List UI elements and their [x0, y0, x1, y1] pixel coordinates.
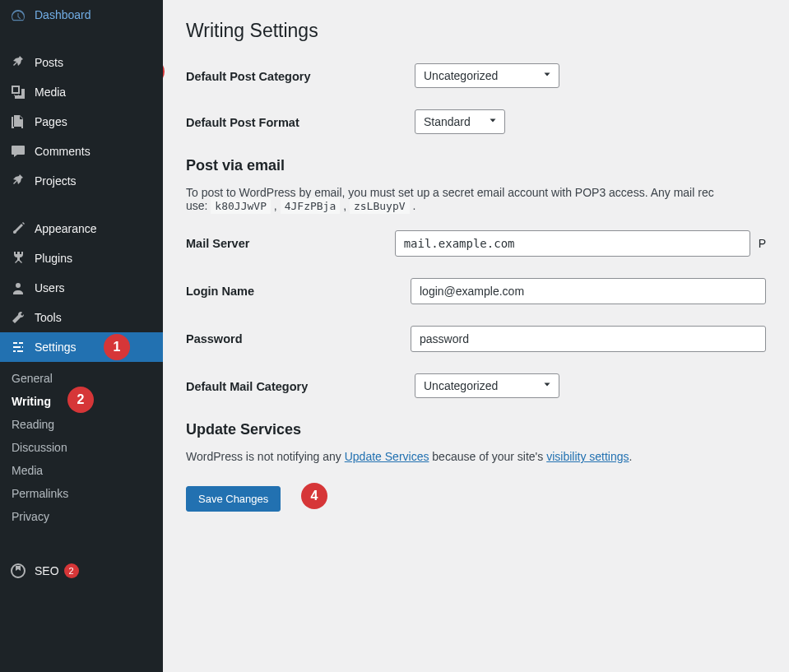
submenu-item-media[interactable]: Media: [0, 459, 163, 482]
settings-submenu: GeneralWriting2ReadingDiscussionMediaPer…: [0, 362, 163, 538]
save-button[interactable]: Save Changes: [186, 486, 281, 512]
tools-icon: [10, 309, 26, 326]
row-default-post-format: Default Post Format Standard: [186, 109, 766, 134]
row-password: Password: [186, 326, 766, 352]
row-default-post-category: Default Post Category 3 Uncategorized: [186, 63, 766, 88]
submenu-item-writing[interactable]: Writing2: [0, 390, 163, 413]
link-update-services[interactable]: Update Services: [345, 450, 429, 463]
sidebar-item-label: Settings: [35, 341, 77, 354]
sidebar-item-posts[interactable]: Posts: [0, 48, 163, 77]
input-mail-server[interactable]: [395, 230, 750, 257]
chevron-down-icon: [541, 69, 553, 83]
admin-sidebar: DashboardPostsMediaPagesCommentsProjects…: [0, 0, 163, 672]
callout-1: 1: [104, 334, 130, 360]
submenu-item-discussion[interactable]: Discussion: [0, 436, 163, 459]
plug-icon: [10, 250, 26, 266]
input-login-name[interactable]: [411, 278, 766, 304]
brush-icon: [10, 220, 26, 237]
chevron-down-icon: [541, 379, 553, 393]
heading-update-services: Update Services: [186, 421, 766, 438]
sidebar-item-label: Pages: [35, 115, 67, 128]
sidebar-item-tools[interactable]: Tools: [0, 303, 163, 332]
submenu-item-privacy[interactable]: Privacy: [0, 505, 163, 528]
sidebar-item-media[interactable]: Media: [0, 77, 163, 107]
callout-4: 4: [301, 483, 327, 509]
pin-icon: [10, 54, 26, 71]
sidebar-item-label: Users: [35, 281, 65, 294]
sidebar-item-plugins[interactable]: Plugins: [0, 243, 163, 273]
update-services-desc: WordPress is not notifying any Update Se…: [186, 450, 766, 463]
sidebar-item-label: Dashboard: [35, 8, 91, 21]
select-default-mail-category[interactable]: Uncategorized: [415, 373, 559, 398]
sidebar-item-label: Plugins: [35, 252, 72, 265]
callout-2: 2: [67, 387, 94, 413]
users-icon: [10, 280, 26, 296]
sidebar-item-appearance[interactable]: Appearance: [0, 214, 163, 243]
sidebar-item-label: Posts: [35, 56, 63, 69]
comments-icon: [10, 143, 26, 160]
label-default-mail-category: Default Mail Category: [186, 373, 415, 393]
chevron-down-icon: [487, 115, 499, 129]
submenu-item-reading[interactable]: Reading: [0, 413, 163, 436]
sidebar-item-users[interactable]: Users: [0, 273, 163, 303]
select-value: Standard: [424, 115, 471, 128]
select-value: Uncategorized: [424, 379, 498, 392]
label-port: P: [759, 237, 766, 250]
dashboard-icon: [10, 7, 26, 23]
seo-badge: 2: [64, 563, 79, 578]
sidebar-item-seo[interactable]: SEO 2: [0, 556, 163, 586]
label-default-post-format: Default Post Format: [186, 109, 415, 129]
code-3: zsLBuypV: [350, 198, 410, 214]
label-mail-server: Mail Server: [186, 230, 395, 250]
input-password[interactable]: [411, 326, 766, 352]
sidebar-item-label: Media: [35, 86, 66, 99]
sidebar-item-label: Comments: [35, 145, 91, 158]
select-value: Uncategorized: [424, 69, 498, 82]
link-visibility-settings[interactable]: visibility settings: [546, 450, 629, 463]
post-via-email-desc: To post to WordPress by email, you must …: [186, 186, 766, 212]
pages-icon: [10, 114, 26, 130]
sidebar-item-dashboard[interactable]: Dashboard: [0, 0, 163, 30]
settings-icon: [10, 339, 26, 355]
row-login-name: Login Name: [186, 278, 766, 304]
row-default-mail-category: Default Mail Category Uncategorized: [186, 373, 766, 398]
label-password: Password: [186, 326, 411, 345]
callout-3: 3: [163, 58, 165, 85]
seo-icon: [10, 563, 26, 579]
page-title: Writing Settings: [186, 20, 766, 42]
select-default-post-category[interactable]: Uncategorized: [415, 63, 559, 88]
content-area: Writing Settings Default Post Category 3…: [163, 0, 789, 672]
sidebar-item-label: Tools: [35, 311, 62, 324]
label-default-post-category: Default Post Category: [186, 63, 415, 83]
heading-post-via-email: Post via email: [186, 157, 766, 174]
sidebar-item-label: SEO: [35, 564, 59, 577]
sidebar-item-label: Projects: [35, 174, 77, 188]
code-1: k80JJwVP: [211, 198, 271, 214]
media-icon: [10, 84, 26, 100]
select-default-post-format[interactable]: Standard: [415, 109, 505, 134]
sidebar-item-settings[interactable]: Settings1: [0, 332, 163, 362]
sidebar-item-comments[interactable]: Comments: [0, 137, 163, 166]
sidebar-item-projects[interactable]: Projects: [0, 166, 163, 196]
code-2: 4JFzPBja: [281, 198, 341, 214]
pin-icon: [10, 173, 26, 189]
submenu-item-permalinks[interactable]: Permalinks: [0, 482, 163, 505]
sidebar-item-label: Appearance: [35, 222, 97, 235]
label-login-name: Login Name: [186, 278, 411, 298]
sidebar-item-pages[interactable]: Pages: [0, 107, 163, 137]
row-mail-server: Mail Server P: [186, 230, 766, 257]
